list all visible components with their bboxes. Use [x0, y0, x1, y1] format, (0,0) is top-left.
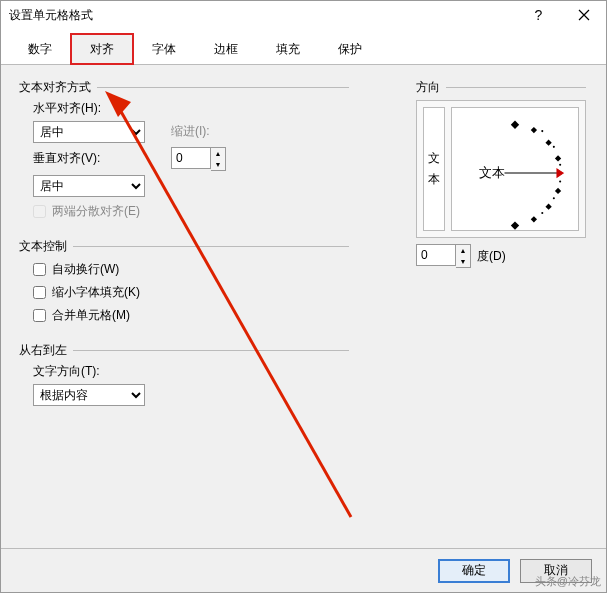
tab-bar: 数字 对齐 字体 边框 填充 保护 [1, 33, 606, 65]
degree-down[interactable]: ▼ [456, 256, 470, 267]
vertical-align-select[interactable]: 居中 [33, 175, 145, 197]
vtext-char2: 本 [428, 171, 440, 188]
text-direction-select[interactable]: 根据内容 [33, 384, 145, 406]
indent-up[interactable]: ▲ [211, 148, 225, 159]
tab-content: 文本对齐方式 水平对齐(H): 居中 缩进(I): 垂直对齐(V): [1, 65, 606, 548]
degree-input[interactable] [416, 244, 456, 266]
vertical-align-label: 垂直对齐(V): [33, 150, 145, 167]
orientation-dial[interactable]: 文本 [451, 107, 579, 231]
svg-point-6 [559, 180, 561, 182]
indent-label: 缩进(I): [171, 123, 210, 140]
merge-checkbox[interactable] [33, 309, 46, 322]
svg-point-7 [553, 197, 555, 199]
ok-button[interactable]: 确定 [438, 559, 510, 583]
wrap-text-label: 自动换行(W) [52, 261, 119, 278]
wrap-text-checkbox[interactable] [33, 263, 46, 276]
group-title-text-control: 文本控制 [19, 238, 349, 255]
window-buttons: ? [516, 1, 606, 29]
distributed-checkbox-row: 两端分散对齐(E) [33, 203, 349, 220]
orientation-box: 文 本 文本 [416, 100, 586, 238]
indent-spin[interactable]: ▲ ▼ [171, 147, 226, 171]
degree-label: 度(D) [477, 248, 506, 265]
dialog-title: 设置单元格格式 [9, 7, 93, 24]
group-title-rtl: 从右到左 [19, 342, 349, 359]
help-button[interactable]: ? [516, 1, 561, 29]
tab-border[interactable]: 边框 [195, 34, 257, 65]
vtext-char1: 文 [428, 150, 440, 167]
tab-alignment[interactable]: 对齐 [71, 34, 133, 65]
dialog-footer: 确定 取消 头条@冷芬龙 [1, 548, 606, 592]
svg-point-8 [541, 212, 543, 214]
indent-down[interactable]: ▼ [211, 159, 225, 170]
watermark: 头条@冷芬龙 [535, 574, 601, 589]
close-icon [578, 9, 590, 21]
group-title-alignment: 文本对齐方式 [19, 79, 349, 96]
left-column: 文本对齐方式 水平对齐(H): 居中 缩进(I): 垂直对齐(V): [19, 79, 349, 410]
tab-fill[interactable]: 填充 [257, 34, 319, 65]
text-control-group: 文本控制 自动换行(W) 缩小字体填充(K) 合并单元格(M) [19, 238, 349, 330]
wrap-text-row[interactable]: 自动换行(W) [33, 261, 349, 278]
degree-row: ▲ ▼ 度(D) [416, 244, 586, 268]
format-cells-dialog: 设置单元格格式 ? 数字 对齐 字体 边框 填充 保护 文本对齐方式 水平对齐(… [0, 0, 607, 593]
degree-up[interactable]: ▲ [456, 245, 470, 256]
group-title-orientation: 方向 [416, 79, 586, 96]
title-bar: 设置单元格格式 ? [1, 1, 606, 29]
rtl-group: 从右到左 文字方向(T): 根据内容 [19, 342, 349, 410]
indent-input[interactable] [171, 147, 211, 169]
shrink-checkbox[interactable] [33, 286, 46, 299]
svg-point-3 [541, 130, 543, 132]
dial-icon: 文本 [452, 108, 578, 231]
distributed-checkbox [33, 205, 46, 218]
text-alignment-group: 文本对齐方式 水平对齐(H): 居中 缩进(I): 垂直对齐(V): [19, 79, 349, 226]
orientation-group: 方向 文 本 文本 [416, 79, 586, 268]
svg-point-4 [553, 146, 555, 148]
tab-number[interactable]: 数字 [9, 34, 71, 65]
horizontal-align-select[interactable]: 居中 [33, 121, 145, 143]
close-button[interactable] [561, 1, 606, 29]
horizontal-align-label: 水平对齐(H): [33, 100, 349, 117]
degree-spin[interactable]: ▲ ▼ [416, 244, 471, 268]
merge-row[interactable]: 合并单元格(M) [33, 307, 349, 324]
distributed-label: 两端分散对齐(E) [52, 203, 140, 220]
shrink-row[interactable]: 缩小字体填充(K) [33, 284, 349, 301]
svg-text:文本: 文本 [479, 166, 505, 180]
vertical-text-button[interactable]: 文 本 [423, 107, 445, 231]
tab-protection[interactable]: 保护 [319, 34, 381, 65]
shrink-label: 缩小字体填充(K) [52, 284, 140, 301]
svg-point-5 [559, 164, 561, 166]
merge-label: 合并单元格(M) [52, 307, 130, 324]
tab-font[interactable]: 字体 [133, 34, 195, 65]
text-direction-label: 文字方向(T): [33, 363, 349, 380]
svg-marker-2 [557, 169, 563, 177]
